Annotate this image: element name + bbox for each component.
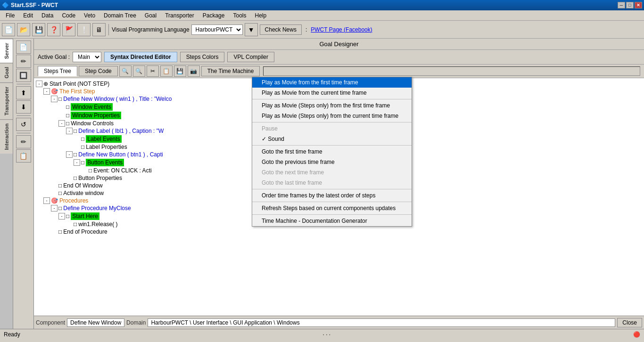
tree-expand-start-here[interactable]: - — [58, 213, 65, 220]
pwct-link[interactable]: PWCT Page (Facebook) — [311, 26, 372, 33]
tab-vpl-compiler[interactable]: VPL Compiler — [227, 52, 274, 62]
startpoint-label: Start Point (NOT STEP) — [50, 81, 109, 87]
menu-help[interactable]: Help — [251, 11, 270, 20]
sidebar-tab-goal[interactable]: Goal — [0, 63, 13, 82]
tree-expand-window-controls[interactable]: - — [58, 120, 65, 127]
tab-syntax-directed-editor[interactable]: Syntax Directed Editor — [104, 52, 177, 62]
ready-bar: Ready · · · 🔴 — [0, 329, 644, 339]
steps-toolbar: Steps Tree Step Code 🔍 🔍 ✂ 📋 💾 📷 The Tim… — [34, 65, 644, 78]
flag-button[interactable]: 🚩 — [62, 23, 75, 36]
tool-new-file[interactable]: 📄 — [16, 41, 31, 54]
menu-package[interactable]: Package — [199, 11, 229, 20]
tool-box[interactable]: 🔲 — [16, 69, 31, 82]
button-props-label: Button Properties — [78, 175, 122, 181]
step-code-tab[interactable]: Step Code — [79, 66, 118, 76]
domain-label: Domain — [126, 319, 146, 326]
tool-refresh[interactable]: ↺ — [16, 118, 31, 131]
tool-panel: 📄 ✏ 🔲 ⬆ ⬇ ↺ ✏ 📋 — [13, 39, 34, 329]
minimize-button[interactable]: ─ — [618, 2, 625, 8]
menu-item-refresh[interactable]: Refresh Steps based on current component… — [252, 203, 412, 213]
zoom-in-button[interactable]: 🔍 — [119, 65, 132, 77]
vpl-select[interactable]: HarbourPWCT — [191, 24, 243, 35]
check-news-button[interactable]: Check News — [260, 24, 302, 35]
menu-veto[interactable]: Veto — [80, 11, 99, 20]
sidebar-tab-transporter[interactable]: Transporter — [0, 82, 13, 119]
menu-transporter[interactable]: Transporter — [161, 11, 198, 20]
sidebar-tab-interaction[interactable]: Interaction — [0, 119, 13, 154]
menu-item-sound[interactable]: Sound — [252, 134, 412, 144]
status-bar: Component Define New Window Domain Harbo… — [34, 316, 644, 329]
active-goal-select[interactable]: Main — [73, 52, 101, 62]
start-here-label: Start Here — [71, 212, 99, 220]
activate-window-icon: □ — [58, 190, 62, 196]
steps-scrollbar[interactable] — [263, 66, 640, 76]
start-here-icon: □ — [66, 213, 69, 220]
tree-expand-startpoint[interactable]: - — [36, 81, 42, 87]
window-controls-label: Window Controls — [71, 120, 114, 127]
app-icon: 🔷 — [2, 2, 9, 8]
help-button[interactable]: ❓ — [47, 23, 60, 36]
new-button[interactable]: 📄 — [2, 23, 15, 36]
open-button[interactable]: 📂 — [17, 23, 30, 36]
tree-expand-define-button[interactable]: - — [66, 151, 73, 158]
ready-status: Ready — [4, 331, 20, 338]
tool-pencil[interactable]: ✏ — [16, 135, 31, 148]
tool-up[interactable]: ⬆ — [16, 86, 31, 99]
menu-tools[interactable]: Tools — [229, 11, 250, 20]
menu-item-play-steps-current[interactable]: Play as Movie (Steps only) from the curr… — [252, 111, 412, 121]
cut-button[interactable]: ✂ — [147, 65, 159, 77]
sidebar-tab-server[interactable]: Server — [0, 39, 13, 63]
close-button[interactable]: ✕ — [635, 2, 642, 8]
menu-item-pause[interactable]: Pause — [252, 123, 412, 134]
tool-down[interactable]: ⬇ — [16, 100, 31, 114]
menu-domain-tree[interactable]: Domain Tree — [100, 11, 140, 20]
tree-expand-first-step[interactable]: - — [43, 88, 50, 95]
maximize-button[interactable]: □ — [626, 2, 634, 8]
separator-text: : — [305, 26, 307, 33]
menu-item-play-current[interactable]: Play as Movie from the current time fram… — [252, 88, 412, 98]
tree-row-end-proc: □ End of Procedure — [36, 228, 642, 236]
menu-data[interactable]: Data — [38, 11, 57, 20]
win1-release-label: win1.Release( ) — [78, 221, 117, 228]
menu-file[interactable]: File — [2, 11, 18, 20]
menu-item-goto-next[interactable]: Goto the next time frame — [252, 167, 412, 178]
tree-expand-define-proc[interactable]: - — [51, 205, 58, 212]
domain-value: HarbourPWCT \ User Interface \ GUI Appli… — [148, 318, 615, 327]
exclaim-button[interactable]: ❕ — [77, 23, 91, 36]
menu-code[interactable]: Code — [58, 11, 79, 20]
tab-steps-colors[interactable]: Steps Colors — [180, 52, 225, 62]
first-step-icon: 🎯 — [51, 88, 58, 95]
save-button[interactable]: 💾 — [32, 23, 45, 36]
center-dots: · · · — [323, 331, 331, 338]
menu-item-goto-last[interactable]: Goto the last time frame — [252, 178, 412, 188]
menu-edit[interactable]: Edit — [19, 11, 37, 20]
menu-item-play-first[interactable]: Play as Movie from the first time frame — [252, 77, 412, 88]
copy-button[interactable]: 📋 — [160, 65, 173, 77]
menu-item-doc-gen[interactable]: Time Machine - Documentation Generator — [252, 216, 412, 226]
screen-button[interactable]: 🖥 — [92, 23, 106, 36]
zoom-out-button[interactable]: 🔍 — [133, 65, 145, 77]
status-close-button[interactable]: Close — [617, 318, 642, 327]
menu-item-goto-prev[interactable]: Goto the previous time frame — [252, 157, 412, 167]
menu-item-order-frames[interactable]: Order time frames by the latest order of… — [252, 190, 412, 201]
tree-expand-define-label[interactable]: - — [66, 128, 73, 134]
menu-item-play-steps-first[interactable]: Play as Movie (Steps only) from the firs… — [252, 100, 412, 111]
menu-item-goto-first[interactable]: Goto the first time frame — [252, 147, 412, 157]
define-proc-label: Define Procedure MyClose — [63, 205, 131, 212]
title-bar: 🔷 Start.SSF - PWCT ─ □ ✕ — [0, 0, 644, 10]
steps-tree-tab[interactable]: Steps Tree — [38, 66, 77, 76]
tool-clipboard[interactable]: 📋 — [16, 149, 31, 163]
time-machine-button[interactable]: The Time Machine — [201, 66, 260, 76]
screenshot-button[interactable]: 📷 — [188, 65, 200, 77]
save-step-button[interactable]: 💾 — [174, 65, 186, 77]
title-bar-controls[interactable]: ─ □ ✕ — [618, 2, 642, 8]
tree-expand-define-window[interactable]: - — [51, 96, 58, 102]
tree-expand-procedures[interactable]: - — [43, 197, 50, 204]
tool-sep1 — [17, 84, 31, 84]
tool-edit[interactable]: ✏ — [16, 55, 31, 68]
vpl-dropdown[interactable]: ▼ — [245, 23, 258, 36]
menu-goal[interactable]: Goal — [141, 11, 160, 20]
menu-bar: File Edit Data Code Veto Domain Tree Goa… — [0, 10, 644, 21]
tree-expand-button-events[interactable]: - — [74, 159, 80, 166]
button-events-label: Button Events — [86, 159, 124, 166]
